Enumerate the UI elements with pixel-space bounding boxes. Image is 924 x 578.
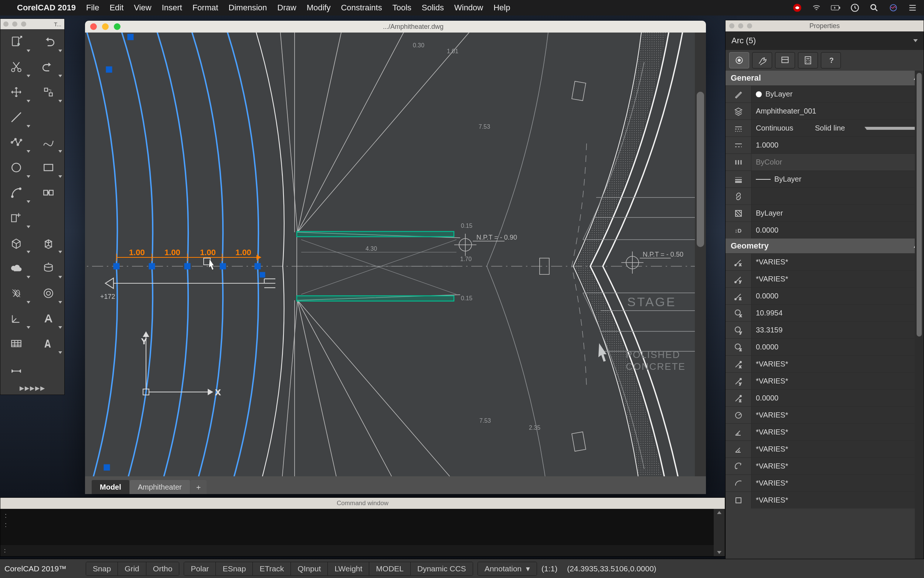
prop-endz[interactable]: 0.0000 (751, 390, 924, 406)
props-filter-assigned-icon[interactable] (729, 52, 749, 68)
prop-lineweight[interactable]: ByLayer (751, 171, 924, 187)
tool-insert-block[interactable] (0, 205, 32, 231)
siri-icon[interactable] (888, 3, 898, 13)
prop-arclength[interactable]: *VARIES* (751, 475, 924, 492)
menu-edit[interactable]: Edit (109, 3, 123, 13)
prop-radius[interactable]: *VARIES* (751, 407, 924, 424)
menu-window[interactable]: Window (454, 3, 483, 13)
props-quickselect-icon[interactable] (775, 52, 795, 68)
command-scrollbar[interactable] (714, 509, 725, 556)
tab-layout[interactable]: Amphitheater (130, 480, 190, 494)
menu-help[interactable]: Help (494, 3, 510, 13)
tool-new[interactable] (0, 29, 32, 54)
prop-centerx[interactable]: 10.9954 (751, 305, 924, 321)
tab-add[interactable]: ＋ (190, 480, 207, 494)
status-lweight[interactable]: LWeight (328, 562, 369, 575)
status-snap[interactable]: Snap (86, 562, 118, 575)
properties-selection[interactable]: Arc (5) (725, 31, 924, 50)
menu-constraints[interactable]: Constraints (341, 3, 382, 13)
menu-view[interactable]: View (134, 3, 151, 13)
clock-icon[interactable] (850, 3, 860, 13)
prop-centery[interactable]: 33.3159 (751, 322, 924, 338)
status-dccs[interactable]: Dynamic CCS (411, 562, 473, 575)
drawing-titlebar[interactable]: .../Amphitheater.dwg (85, 21, 706, 32)
wifi-icon[interactable] (812, 3, 821, 13)
tool-donut[interactable] (32, 281, 65, 306)
menu-solids[interactable]: Solids (422, 3, 444, 13)
properties-scrollbar[interactable] (915, 71, 924, 578)
prop-linescale[interactable]: 1.0000 (751, 137, 924, 153)
battery-icon[interactable] (831, 3, 840, 13)
menu-tools[interactable]: Tools (393, 3, 411, 13)
properties-titlebar[interactable]: Properties (725, 20, 924, 31)
tool-line[interactable] (0, 105, 32, 130)
prop-endangle[interactable]: *VARIES* (751, 441, 924, 458)
tool-break[interactable] (32, 180, 65, 205)
section-general[interactable]: General▲ (725, 71, 924, 85)
trend-micro-icon[interactable] (793, 3, 802, 13)
prop-linetype[interactable]: ContinuousSolid line (751, 120, 924, 136)
prop-transparency[interactable]: ByLayer (751, 205, 924, 221)
notification-center-icon[interactable] (908, 3, 918, 13)
spotlight-search-icon[interactable] (869, 3, 879, 13)
window-minimize-icon[interactable] (102, 23, 108, 30)
status-etrack[interactable]: ETrack (253, 562, 291, 575)
tool-arc[interactable] (0, 180, 32, 205)
prop-totalangle[interactable]: *VARIES* (751, 458, 924, 474)
props-help-icon[interactable]: ? (821, 52, 841, 68)
status-annotation[interactable]: Annotation ▾ (478, 562, 537, 575)
tool-ucs[interactable] (0, 306, 32, 331)
status-grid[interactable]: Grid (118, 562, 146, 575)
menu-modify[interactable]: Modify (307, 3, 331, 13)
tool-palette-expand[interactable]: ▶▶▶▶▶ (0, 381, 64, 395)
status-model[interactable]: MODEL (369, 562, 411, 575)
prop-startz[interactable]: 0.0000 (751, 288, 924, 304)
tool-cloud[interactable] (0, 255, 32, 281)
section-geometry[interactable]: Geometry▲ (725, 239, 924, 253)
tool-properties-painter[interactable] (32, 80, 65, 105)
tool-pan[interactable] (0, 80, 32, 105)
tool-redo[interactable] (32, 54, 65, 80)
prop-layer[interactable]: Amphitheater_001 (751, 103, 924, 119)
status-polar[interactable]: Polar (184, 562, 216, 575)
props-pick-icon[interactable] (752, 52, 772, 68)
tool-spline[interactable] (32, 130, 65, 155)
menu-dimension[interactable]: Dimension (228, 3, 267, 13)
prop-hyperlink[interactable] (751, 188, 924, 205)
menu-draw[interactable]: Draw (277, 3, 296, 13)
prop-starty[interactable]: *VARIES* (751, 271, 924, 287)
tool-hatch[interactable] (0, 281, 32, 306)
tool-revolve[interactable] (32, 255, 65, 281)
prop-startangle[interactable]: *VARIES* (751, 424, 924, 440)
window-close-icon[interactable] (90, 23, 97, 30)
tool-polyline[interactable] (0, 130, 32, 155)
menu-file[interactable]: File (86, 3, 99, 13)
tool-text[interactable] (32, 306, 65, 331)
tool-box3d[interactable] (0, 231, 32, 255)
prop-color[interactable]: ByLayer (751, 86, 924, 102)
tool-circle[interactable] (0, 155, 32, 180)
prop-area[interactable]: *VARIES* (751, 492, 924, 508)
tool-text-align[interactable] (32, 331, 65, 356)
tool-dimension[interactable] (0, 356, 32, 381)
prop-startx[interactable]: *VARIES* (751, 254, 924, 270)
status-esnap[interactable]: ESnap (216, 562, 253, 575)
tool-cut[interactable] (0, 54, 32, 80)
prop-endx[interactable]: *VARIES* (751, 356, 924, 372)
command-history[interactable] (0, 509, 714, 545)
canvas-scrollbar-vertical[interactable] (695, 32, 706, 476)
tool-extrude[interactable] (32, 231, 65, 255)
tool-undo[interactable] (32, 29, 65, 54)
status-ortho[interactable]: Ortho (146, 562, 179, 575)
tool-palette-titlebar[interactable]: T... (0, 19, 64, 29)
tab-model[interactable]: Model (92, 480, 129, 494)
menu-insert[interactable]: Insert (162, 3, 182, 13)
app-name[interactable]: CorelCAD 2019 (17, 3, 76, 13)
window-zoom-icon[interactable] (114, 23, 120, 30)
menu-format[interactable]: Format (193, 3, 218, 13)
prop-thickness[interactable]: 0.0000 (751, 222, 924, 239)
command-input[interactable]: : (0, 545, 714, 556)
drawing-canvas[interactable]: N.P.T = - 0.50 STAGE POLISHED CONCRETE (85, 32, 706, 476)
status-qinput[interactable]: QInput (291, 562, 328, 575)
props-calc-icon[interactable] (798, 52, 818, 68)
